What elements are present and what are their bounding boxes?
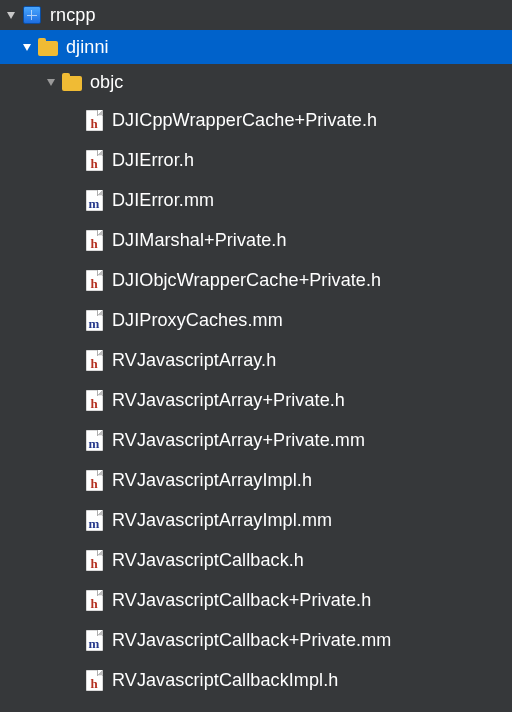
project-row[interactable]: rncpp bbox=[0, 0, 512, 30]
indent bbox=[0, 600, 80, 601]
file-row[interactable]: hRVJavascriptCallback+Private.h bbox=[0, 580, 512, 620]
indent bbox=[0, 160, 80, 161]
group-label: djinni bbox=[66, 37, 109, 58]
project-name: rncpp bbox=[50, 5, 96, 26]
objc-impl-file-icon: m bbox=[84, 310, 104, 330]
indent bbox=[0, 240, 80, 241]
disclosure-triangle-icon[interactable] bbox=[44, 77, 58, 87]
header-file-icon: h bbox=[84, 550, 104, 570]
indent bbox=[0, 480, 80, 481]
file-name: RVJavascriptCallback.h bbox=[112, 550, 304, 571]
file-row[interactable]: hRVJavascriptArray+Private.h bbox=[0, 380, 512, 420]
file-row[interactable]: hDJIError.h bbox=[0, 140, 512, 180]
objc-impl-file-icon: m bbox=[84, 430, 104, 450]
file-name: RVJavascriptCallback+Private.mm bbox=[112, 630, 391, 651]
project-navigator[interactable]: rncpp djinni objc hDJICppWrapperCache+Pr… bbox=[0, 0, 512, 700]
objc-impl-file-icon: m bbox=[84, 510, 104, 530]
file-name: DJICppWrapperCache+Private.h bbox=[112, 110, 377, 131]
file-name: RVJavascriptCallbackImpl.h bbox=[112, 670, 338, 691]
file-name: RVJavascriptArray+Private.mm bbox=[112, 430, 365, 451]
indent bbox=[0, 520, 80, 521]
file-row[interactable]: hRVJavascriptCallbackImpl.h bbox=[0, 660, 512, 700]
file-list: hDJICppWrapperCache+Private.hhDJIError.h… bbox=[0, 100, 512, 700]
file-row[interactable]: hRVJavascriptArray.h bbox=[0, 340, 512, 380]
folder-icon bbox=[62, 72, 82, 92]
indent bbox=[0, 200, 80, 201]
file-row[interactable]: mRVJavascriptArrayImpl.mm bbox=[0, 500, 512, 540]
header-file-icon: h bbox=[84, 470, 104, 490]
file-row[interactable]: hDJIObjcWrapperCache+Private.h bbox=[0, 260, 512, 300]
file-name: RVJavascriptArray.h bbox=[112, 350, 276, 371]
file-row[interactable]: mRVJavascriptArray+Private.mm bbox=[0, 420, 512, 460]
file-name: RVJavascriptArrayImpl.h bbox=[112, 470, 312, 491]
file-row[interactable]: hDJIMarshal+Private.h bbox=[0, 220, 512, 260]
indent bbox=[0, 680, 80, 681]
indent bbox=[0, 82, 44, 83]
file-name: RVJavascriptArrayImpl.mm bbox=[112, 510, 332, 531]
indent bbox=[0, 440, 80, 441]
project-icon bbox=[22, 5, 42, 25]
file-row[interactable]: mRVJavascriptCallback+Private.mm bbox=[0, 620, 512, 660]
file-name: DJIObjcWrapperCache+Private.h bbox=[112, 270, 381, 291]
indent bbox=[0, 560, 80, 561]
file-row[interactable]: hRVJavascriptArrayImpl.h bbox=[0, 460, 512, 500]
group-label: objc bbox=[90, 72, 123, 93]
file-row[interactable]: hDJICppWrapperCache+Private.h bbox=[0, 100, 512, 140]
header-file-icon: h bbox=[84, 150, 104, 170]
objc-impl-file-icon: m bbox=[84, 630, 104, 650]
header-file-icon: h bbox=[84, 590, 104, 610]
disclosure-triangle-icon[interactable] bbox=[20, 42, 34, 52]
folder-icon bbox=[38, 37, 58, 57]
header-file-icon: h bbox=[84, 670, 104, 690]
header-file-icon: h bbox=[84, 110, 104, 130]
indent bbox=[0, 400, 80, 401]
header-file-icon: h bbox=[84, 230, 104, 250]
indent bbox=[0, 280, 80, 281]
header-file-icon: h bbox=[84, 390, 104, 410]
file-name: RVJavascriptCallback+Private.h bbox=[112, 590, 371, 611]
objc-impl-file-icon: m bbox=[84, 190, 104, 210]
indent bbox=[0, 640, 80, 641]
disclosure-triangle-icon[interactable] bbox=[4, 10, 18, 20]
group-row-djinni[interactable]: djinni bbox=[0, 30, 512, 64]
file-name: DJIError.mm bbox=[112, 190, 214, 211]
header-file-icon: h bbox=[84, 350, 104, 370]
file-row[interactable]: hRVJavascriptCallback.h bbox=[0, 540, 512, 580]
file-row[interactable]: mDJIError.mm bbox=[0, 180, 512, 220]
header-file-icon: h bbox=[84, 270, 104, 290]
file-name: DJIMarshal+Private.h bbox=[112, 230, 287, 251]
indent bbox=[0, 360, 80, 361]
file-name: DJIError.h bbox=[112, 150, 194, 171]
file-name: RVJavascriptArray+Private.h bbox=[112, 390, 345, 411]
file-name: DJIProxyCaches.mm bbox=[112, 310, 283, 331]
indent bbox=[0, 320, 80, 321]
group-row-objc[interactable]: objc bbox=[0, 64, 512, 100]
indent bbox=[0, 47, 20, 48]
indent bbox=[0, 120, 80, 121]
file-row[interactable]: mDJIProxyCaches.mm bbox=[0, 300, 512, 340]
